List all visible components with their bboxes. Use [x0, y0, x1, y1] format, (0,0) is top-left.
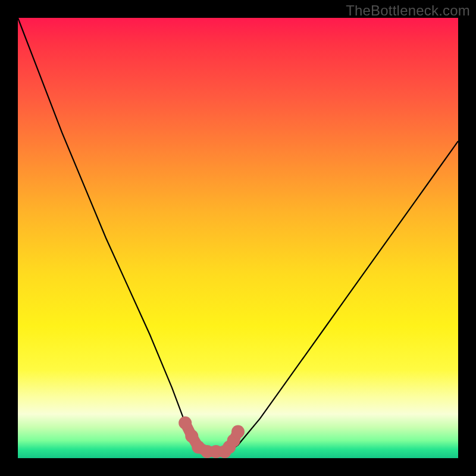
- highlight-point: [178, 416, 192, 430]
- highlight-point: [185, 430, 198, 443]
- plot-area: [18, 18, 458, 458]
- watermark-text: TheBottleneck.com: [346, 2, 470, 19]
- chart-frame: TheBottleneck.com: [0, 0, 476, 476]
- highlight-point: [231, 425, 245, 439]
- bottleneck-curve: [18, 18, 458, 454]
- highlighted-points-group: [178, 416, 245, 458]
- bottleneck-curve-svg: [18, 18, 458, 458]
